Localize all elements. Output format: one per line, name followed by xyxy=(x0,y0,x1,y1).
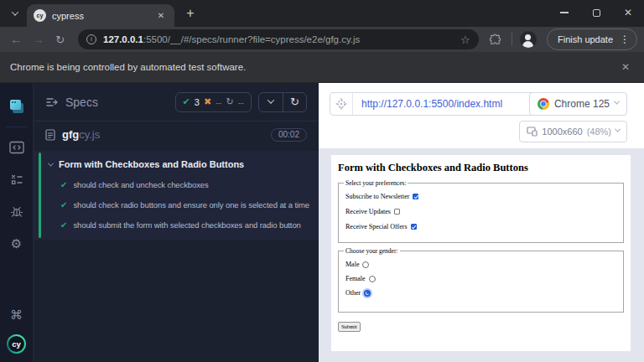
specs-icon xyxy=(9,100,24,114)
chevron-down-icon xyxy=(615,127,621,132)
radio-row: Female xyxy=(345,275,618,282)
radio-row: Other xyxy=(345,289,618,297)
selector-playground-button[interactable] xyxy=(330,93,353,115)
close-window-button[interactable]: ✕ xyxy=(612,0,644,25)
pending-count: -- xyxy=(238,97,244,107)
bookmark-star-icon[interactable]: ☆ xyxy=(460,34,470,46)
aut-header: http://127.0.0.1:5500/index.html Chrome … xyxy=(319,83,644,149)
aut-pane: http://127.0.0.1:5500/index.html Chrome … xyxy=(319,83,644,362)
sidebar-item-browser[interactable] xyxy=(5,136,29,159)
gender-fieldset: Choose your gender: Male Female Other xyxy=(338,247,624,313)
checkbox-label: Subscribe to Newsletter xyxy=(345,193,409,200)
puzzle-icon xyxy=(489,34,501,46)
sidebar-item-runs[interactable] xyxy=(5,168,29,191)
radio-row: Male xyxy=(345,261,618,268)
radio-label: Male xyxy=(345,261,359,268)
chevron-down-icon xyxy=(267,96,274,103)
chevron-down-icon xyxy=(614,99,620,105)
failed-count: -- xyxy=(216,97,221,107)
specs-panel: Specs ✔ 3 ✖ -- ↻ -- ↻ gfgcy.js 00:02 xyxy=(34,83,319,362)
aut-url-bar: http://127.0.0.1:5500/index.html xyxy=(330,92,538,116)
checkbox-row: Receive Special Offers xyxy=(345,223,618,230)
rerun-button[interactable]: ↻ xyxy=(283,93,306,111)
form-heading: Form with Checkboxes and Radio Buttons xyxy=(338,162,624,174)
finish-update-button[interactable]: Finish update ⋮ xyxy=(547,28,637,50)
chevron-down-icon xyxy=(12,8,18,15)
crosshair-icon xyxy=(335,98,347,110)
browser-name: Chrome 125 xyxy=(554,98,610,110)
url-path: :5500/__/#/specs/runner?file=cypress/e2e… xyxy=(143,34,360,44)
test-title: should check radio buttons and ensure on… xyxy=(73,200,309,209)
cypress-logo[interactable]: cy xyxy=(7,334,26,354)
toolbar-separator xyxy=(512,33,512,46)
collapse-sidebar-icon[interactable] xyxy=(45,96,59,108)
specs-header: Specs ✔ 3 ✖ -- ↻ -- ↻ xyxy=(34,83,319,122)
browser-toolbar: ← → ↻ i 127.0.0.1:5500/__/#/specs/runner… xyxy=(0,27,644,52)
checkbox-row: Subscribe to Newsletter xyxy=(345,193,618,200)
keyboard-shortcuts-button[interactable]: ⌘ xyxy=(5,303,29,326)
gender-legend: Choose your gender: xyxy=(344,247,400,255)
cypress-runner: ⚙ ⌘ cy Specs ✔ 3 ✖ -- ↻ -- xyxy=(0,83,644,362)
finish-update-label: Finish update xyxy=(558,34,613,44)
sidebar-item-specs[interactable] xyxy=(5,95,29,118)
browser-selector[interactable]: Chrome 125 xyxy=(529,92,627,116)
spec-duration-badge: 00:02 xyxy=(271,128,307,142)
menu-kebab-icon[interactable]: ⋮ xyxy=(616,34,633,45)
test-row[interactable]: ✔ should submit the form with selected c… xyxy=(34,215,319,235)
test-row[interactable]: ✔ should check and uncheck checkboxes xyxy=(34,174,319,194)
viewport-scale: (48%) xyxy=(587,127,611,137)
site-info-icon[interactable]: i xyxy=(86,34,96,44)
profile-avatar[interactable] xyxy=(520,31,537,48)
tab-close-icon[interactable]: ✕ xyxy=(154,9,168,23)
extensions-button[interactable] xyxy=(487,30,504,49)
sidebar-item-settings[interactable]: ⚙ xyxy=(5,231,29,255)
passed-icon: ✔ xyxy=(183,96,190,107)
url-text: 127.0.0.1:5500/__/#/specs/runner?file=cy… xyxy=(103,34,454,44)
updates-checkbox[interactable] xyxy=(394,209,400,215)
specs-panel-title: Specs xyxy=(65,96,169,109)
sidebar-divider xyxy=(6,127,28,127)
forward-button[interactable]: → xyxy=(29,29,47,49)
suite-header[interactable]: Form with Checkboxes and Radio Buttons xyxy=(34,154,319,174)
bug-icon xyxy=(10,204,23,218)
spec-file-name: gfgcy.js xyxy=(62,128,100,141)
reload-button[interactable]: ↻ xyxy=(51,29,70,49)
minimize-button[interactable] xyxy=(548,0,580,25)
browser-tab-cypress[interactable]: cy cypress ✕ xyxy=(27,4,174,27)
checkbox-label: Receive Updates xyxy=(345,208,391,215)
specs-actions: ↻ xyxy=(258,92,307,112)
preferences-fieldset: Select your preferences: Subscribe to Ne… xyxy=(338,179,624,243)
other-radio[interactable] xyxy=(364,290,371,297)
address-bar[interactable]: i 127.0.0.1:5500/__/#/specs/runner?file=… xyxy=(78,29,479,49)
female-radio[interactable] xyxy=(369,276,376,282)
test-passed-icon: ✔ xyxy=(60,180,67,189)
chrome-window: cy cypress ✕ + ✕ ← → ↻ i 127.0.0.1:5500/… xyxy=(0,0,644,362)
test-row[interactable]: ✔ should check radio buttons and ensure … xyxy=(34,194,319,215)
back-button[interactable]: ← xyxy=(7,29,25,49)
submit-button[interactable]: Submit xyxy=(338,322,361,332)
spec-file-icon xyxy=(45,129,55,141)
maximize-icon xyxy=(593,9,600,17)
newsletter-checkbox[interactable] xyxy=(413,194,418,199)
passed-count: 3 xyxy=(195,97,200,107)
checkbox-label: Receive Special Offers xyxy=(345,223,408,230)
checkbox-row: Receive Updates xyxy=(345,208,618,215)
infobar-close-icon[interactable]: ✕ xyxy=(617,59,634,75)
aut-url-text[interactable]: http://127.0.0.1:5500/index.html xyxy=(353,93,537,115)
test-title: should submit the form with selected che… xyxy=(73,220,300,230)
tab-search-button[interactable] xyxy=(5,3,25,23)
test-title: should check and uncheck checkboxes xyxy=(73,180,208,189)
viewport-size: 1000x660 xyxy=(542,127,582,137)
maximize-button[interactable] xyxy=(580,0,612,25)
new-tab-button[interactable]: + xyxy=(179,3,201,24)
sidebar-item-debug[interactable] xyxy=(5,199,29,223)
offers-checkbox[interactable] xyxy=(411,224,417,230)
code-window-icon xyxy=(9,141,24,154)
titlebar: cy cypress ✕ + ✕ xyxy=(0,0,644,27)
url-host: 127.0.0.1 xyxy=(103,34,143,44)
spec-file-row[interactable]: gfgcy.js 00:02 xyxy=(34,122,319,147)
viewport-selector[interactable]: 1000x660 (48%) xyxy=(519,121,627,142)
radio-label: Female xyxy=(345,275,366,282)
male-radio[interactable] xyxy=(362,261,369,268)
collapse-all-button[interactable] xyxy=(259,93,283,111)
